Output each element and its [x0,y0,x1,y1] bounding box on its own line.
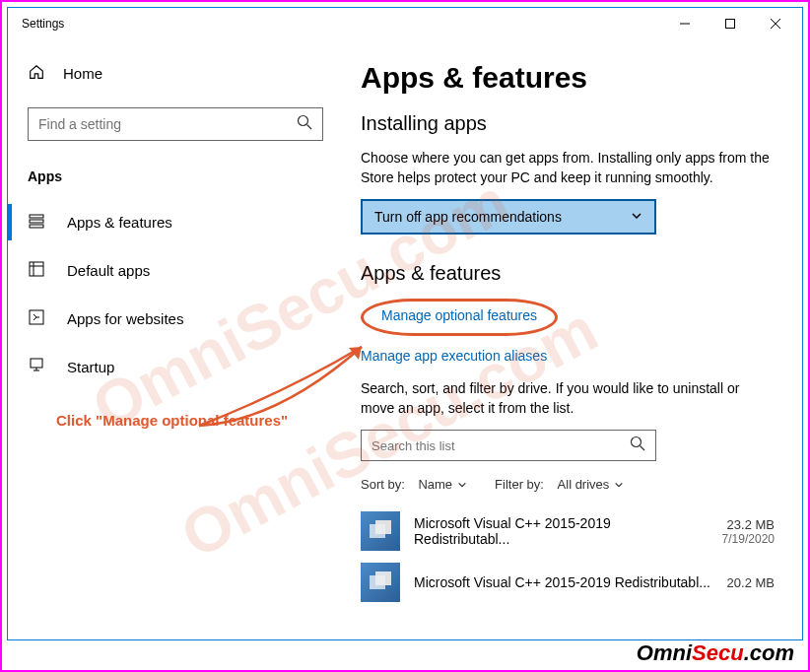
minimize-button[interactable] [662,8,708,39]
startup-icon [28,357,45,377]
websites-icon [28,308,45,329]
svg-rect-21 [375,571,391,585]
nav-label: Startup [67,359,114,375]
svg-point-16 [632,437,641,447]
main-content: Apps & features Installing apps Choose w… [343,39,802,639]
annotation-text: Click "Manage optional features" [56,412,288,429]
manage-execution-aliases-link[interactable]: Manage app execution aliases [361,348,775,364]
svg-rect-13 [31,359,42,368]
app-list-search[interactable] [361,430,656,461]
sidebar: Home Apps Apps & features Default apps [8,39,343,639]
window-title: Settings [22,17,662,31]
app-row[interactable]: Microsoft Visual C++ 2015-2019 Redistrib… [361,557,775,608]
sort-control[interactable]: Sort by: Name [361,477,467,492]
svg-rect-19 [375,520,391,534]
close-button[interactable] [753,8,798,39]
search-icon [630,436,645,455]
app-row[interactable]: Microsoft Visual C++ 2015-2019 Redistrib… [361,505,775,557]
svg-rect-7 [30,220,43,223]
footer-brand: OmniSecu.com [637,640,794,666]
app-size: 20.2 MB [727,575,775,590]
page-title: Apps & features [361,61,775,95]
svg-line-17 [641,446,645,451]
chevron-down-icon [614,480,624,490]
nav-label: Apps & features [67,214,172,231]
installing-heading: Installing apps [361,112,775,135]
settings-search-input[interactable] [38,116,297,132]
installing-body: Choose where you can get apps from. Inst… [361,149,775,187]
search-icon [297,114,312,134]
section-label: Apps [8,161,343,198]
svg-line-5 [307,125,312,130]
svg-point-4 [299,116,308,126]
apps-icon [28,212,45,233]
app-list-search-input[interactable] [371,438,630,453]
nav-apps-websites[interactable]: Apps for websites [8,295,343,343]
nav-label: Default apps [67,262,150,279]
manage-optional-features-link[interactable]: Manage optional features [381,307,537,323]
svg-rect-1 [726,20,735,29]
app-icon [361,563,400,602]
chevron-down-icon [631,209,642,225]
annotation-highlight: Manage optional features [361,299,558,336]
titlebar: Settings [8,8,802,39]
app-size: 23.2 MB [722,517,775,532]
nav-startup[interactable]: Startup [8,343,343,391]
default-apps-icon [28,260,45,281]
svg-rect-6 [30,215,43,218]
apps-body: Search, sort, and filter by drive. If yo… [361,379,775,418]
chevron-down-icon [457,480,467,490]
nav-label: Apps for websites [67,310,183,327]
app-source-dropdown[interactable]: Turn off app recommendations [361,199,656,235]
app-name: Microsoft Visual C++ 2015-2019 Redistrib… [414,574,713,590]
settings-search[interactable] [28,107,323,141]
maximize-button[interactable] [708,8,753,39]
apps-features-heading: Apps & features [361,262,775,285]
dropdown-value: Turn off app recommendations [374,209,562,225]
app-icon [361,511,400,551]
svg-rect-9 [30,262,43,276]
sort-filter-row: Sort by: Name Filter by: All drives [361,477,775,492]
settings-window: Settings Home Apps Apps & features [7,7,803,640]
nav-default-apps[interactable]: Default apps [8,246,343,295]
nav-apps-features[interactable]: Apps & features [8,198,343,246]
home-nav[interactable]: Home [8,51,343,96]
home-icon [28,63,45,84]
home-label: Home [63,65,102,82]
filter-control[interactable]: Filter by: All drives [495,477,624,492]
app-name: Microsoft Visual C++ 2015-2019 Redistrib… [414,515,709,547]
svg-rect-8 [30,225,43,228]
app-date: 7/19/2020 [722,532,775,546]
